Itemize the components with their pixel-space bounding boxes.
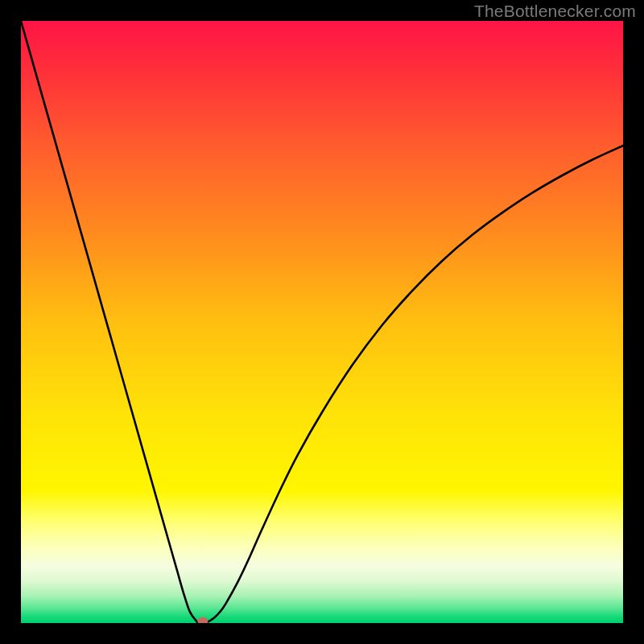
chart-frame: TheBottlenecker.com <box>0 0 644 644</box>
gradient-background <box>21 21 623 623</box>
plot-area <box>21 21 623 623</box>
chart-svg <box>21 21 623 623</box>
attribution-text: TheBottlenecker.com <box>474 2 636 21</box>
